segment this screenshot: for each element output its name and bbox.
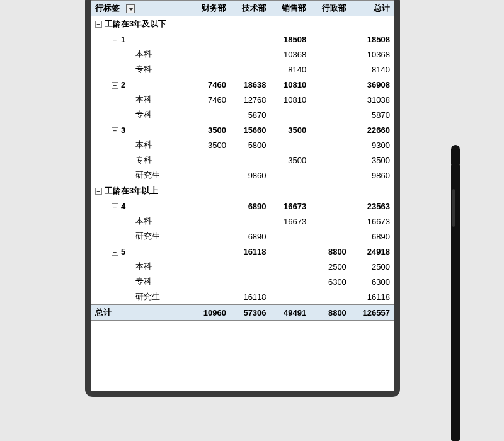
collapse-icon[interactable]: − xyxy=(95,188,102,195)
col-header[interactable]: 财务部 xyxy=(190,1,230,16)
cell: 8800 xyxy=(310,244,350,259)
cell xyxy=(310,137,350,152)
cell xyxy=(190,274,230,289)
cell: 8140 xyxy=(270,62,311,77)
col-header[interactable]: 总计 xyxy=(350,1,394,16)
cell: 5800 xyxy=(230,137,270,152)
cell xyxy=(230,32,270,47)
row-label: −工龄在3年以上 xyxy=(91,183,190,199)
cell xyxy=(310,198,350,214)
row-label-header[interactable]: 行标签 xyxy=(91,1,190,16)
cell xyxy=(310,152,350,168)
cell: 49491 xyxy=(270,305,311,321)
row-label: 研究生 xyxy=(91,289,190,305)
cell xyxy=(270,259,311,274)
cell xyxy=(350,16,394,32)
row-label: −4 xyxy=(91,198,190,214)
cell xyxy=(310,47,350,62)
group-row[interactable]: −工龄在3年及以下 xyxy=(91,16,394,32)
cell xyxy=(230,214,270,229)
cell xyxy=(270,107,311,122)
group-row[interactable]: −工龄在3年以上 xyxy=(91,183,394,199)
cell: 22660 xyxy=(350,122,394,137)
subgroup-row[interactable]: −11850818508 xyxy=(91,32,394,47)
col-header[interactable]: 技术部 xyxy=(230,1,270,16)
cell: 18638 xyxy=(230,77,270,92)
col-header[interactable]: 行政部 xyxy=(310,1,350,16)
cell: 3500 xyxy=(190,137,230,152)
cell xyxy=(310,62,350,77)
leaf-row: 本科1036810368 xyxy=(91,47,394,62)
subgroup-row[interactable]: −516118880024918 xyxy=(91,244,394,259)
row-label: −2 xyxy=(91,77,190,92)
subgroup-row[interactable]: −468901667323563 xyxy=(91,198,394,214)
collapse-icon[interactable]: − xyxy=(112,203,118,210)
collapse-icon[interactable]: − xyxy=(112,82,118,89)
pivot-table: 行标签 财务部 技术部 销售部 行政部 总计 −工龄在3年及以下−1185081… xyxy=(91,0,394,321)
row-label: 总计 xyxy=(91,305,190,321)
col-header[interactable]: 销售部 xyxy=(270,1,311,16)
pen-decoration xyxy=(451,164,460,441)
subgroup-row[interactable]: −3350015660350022660 xyxy=(91,122,394,137)
collapse-icon[interactable]: − xyxy=(112,37,118,43)
cell: 5870 xyxy=(230,107,270,122)
cell xyxy=(270,289,311,305)
cell xyxy=(190,259,230,274)
dropdown-icon[interactable] xyxy=(126,4,135,13)
cell: 57306 xyxy=(230,305,270,321)
leaf-row: 专科63006300 xyxy=(91,274,394,289)
collapse-icon[interactable]: − xyxy=(95,21,102,28)
cell xyxy=(190,244,230,259)
cell xyxy=(230,152,270,168)
cell xyxy=(270,244,311,259)
tablet-frame: 行标签 财务部 技术部 销售部 行政部 总计 −工龄在3年及以下−1185081… xyxy=(85,0,400,397)
collapse-icon[interactable]: − xyxy=(112,249,118,256)
group-name: 工龄在3年以上 xyxy=(105,186,158,195)
cell xyxy=(190,32,230,47)
cell xyxy=(270,229,311,244)
subgroup-name: 2 xyxy=(121,80,125,89)
cell: 10368 xyxy=(270,47,311,62)
subgroup-name: 4 xyxy=(121,202,125,211)
cell xyxy=(310,229,350,244)
cell xyxy=(270,183,311,199)
cell xyxy=(310,92,350,107)
cell xyxy=(310,183,350,199)
cell: 7460 xyxy=(190,92,230,107)
cell xyxy=(190,62,230,77)
row-label: 本科 xyxy=(91,259,190,274)
cell xyxy=(190,214,230,229)
cell: 6890 xyxy=(350,229,394,244)
cell: 6890 xyxy=(230,229,270,244)
cell: 9860 xyxy=(230,168,270,183)
cell: 6300 xyxy=(350,274,394,289)
cell xyxy=(230,259,270,274)
cell: 16118 xyxy=(230,289,270,305)
cell: 2500 xyxy=(310,259,350,274)
cell: 2500 xyxy=(350,259,394,274)
collapse-icon[interactable]: − xyxy=(112,127,118,134)
cell: 3500 xyxy=(350,152,394,168)
subgroup-row[interactable]: −27460186381081036908 xyxy=(91,77,394,92)
cell: 24918 xyxy=(350,244,394,259)
cell: 9860 xyxy=(350,168,394,183)
row-label: 研究生 xyxy=(91,168,190,183)
cell xyxy=(310,168,350,183)
cell: 6890 xyxy=(230,198,270,214)
leaf-row: 本科7460127681081031038 xyxy=(91,92,394,107)
cell xyxy=(230,47,270,62)
cell xyxy=(270,16,311,32)
cell: 3500 xyxy=(270,122,311,137)
row-label: 专科 xyxy=(91,152,190,168)
cell: 126557 xyxy=(350,305,394,321)
cell: 9300 xyxy=(350,137,394,152)
cell: 3500 xyxy=(270,152,311,168)
cell xyxy=(190,168,230,183)
leaf-row: 研究生98609860 xyxy=(91,168,394,183)
row-label: 专科 xyxy=(91,62,190,77)
total-row: 总计1096057306494918800126557 xyxy=(91,305,394,321)
cell: 16673 xyxy=(350,214,394,229)
row-label: 专科 xyxy=(91,274,190,289)
cell xyxy=(190,229,230,244)
cell xyxy=(190,289,230,305)
